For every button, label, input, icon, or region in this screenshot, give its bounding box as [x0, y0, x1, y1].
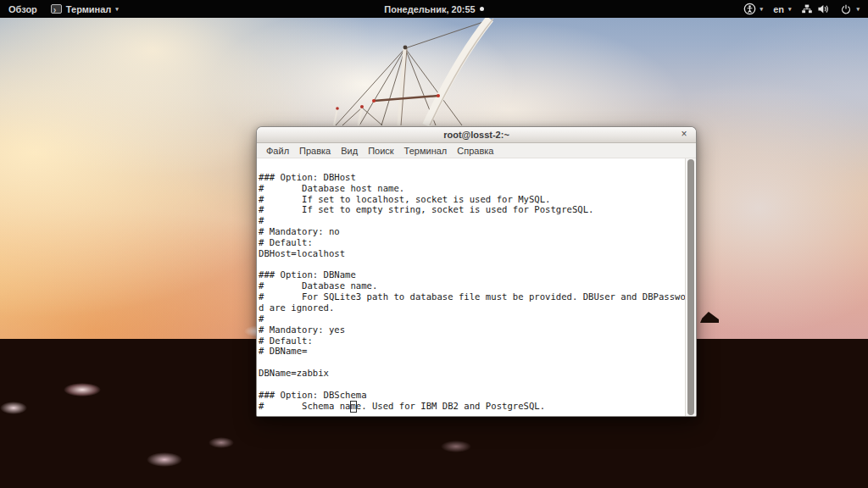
terminal-content[interactable]: ### Option: DBHost# Database host name.#… [257, 158, 696, 416]
close-button[interactable]: × [678, 128, 690, 140]
clock-button[interactable]: Понедельник, 20:55 [384, 4, 483, 14]
terminal-line: # Schema name. Used for IBM DB2 and Post… [259, 401, 696, 412]
terminal-cursor [350, 401, 357, 413]
terminal-line: # [259, 313, 696, 324]
terminal-line: # Mandatory: yes [259, 324, 696, 336]
wave-foam [147, 452, 182, 467]
terminal-line [259, 379, 696, 390]
terminal-line: # [259, 215, 696, 226]
terminal-line: d are ignored. [259, 302, 696, 313]
terminal-line [259, 161, 696, 172]
terminal-window: root@losst-2:~ × ФайлПравкаВидПоискТерми… [256, 126, 697, 417]
menu-item[interactable]: Вид [336, 145, 363, 157]
terminal-line: # Database name. [259, 280, 696, 291]
clock-label: Понедельник, 20:55 [384, 4, 475, 14]
wave-foam [64, 383, 101, 396]
terminal-menubar: ФайлПравкаВидПоискТерминалСправка [257, 143, 696, 158]
menu-item[interactable]: Справка [452, 145, 498, 157]
desktop: Обзор ❯ Терминал ▾ Понедельник, 20:55 [0, 0, 868, 488]
terminal-line: # If set to localhost, socket is used fo… [259, 194, 696, 205]
terminal-line: # DBName= [259, 346, 696, 357]
wave-foam [0, 402, 27, 414]
gnome-top-bar: Обзор ❯ Терминал ▾ Понедельник, 20:55 [0, 0, 868, 18]
menu-item[interactable]: Поиск [363, 145, 398, 157]
scrollbar[interactable] [685, 158, 696, 416]
menu-item[interactable]: Файл [261, 145, 294, 157]
terminal-line: ### Option: DBHost [259, 172, 696, 183]
window-titlebar[interactable]: root@losst-2:~ × [257, 127, 696, 143]
scrollbar-thumb[interactable] [687, 159, 694, 415]
terminal-line: ### Option: DBSchema [259, 390, 696, 401]
terminal-line: # If set to empty string, socket is used… [259, 204, 696, 215]
notification-dot-icon [480, 7, 484, 11]
terminal-line: DBName=zabbix [259, 368, 696, 379]
terminal-line: # For SQLite3 path to database file must… [259, 291, 696, 302]
terminal-line: # Default: [259, 336, 696, 347]
terminal-line: ### Option: DBName [259, 269, 696, 280]
terminal-text: ### Option: DBHost# Database host name.#… [259, 161, 696, 411]
wave-foam [209, 437, 234, 448]
terminal-line: # Mandatory: no [259, 226, 696, 237]
wave-foam [441, 441, 471, 452]
terminal-line [259, 357, 696, 368]
window-title: root@losst-2:~ [443, 130, 509, 140]
menu-item[interactable]: Терминал [399, 145, 453, 157]
terminal-line [259, 259, 696, 270]
terminal-line: # Default: [259, 237, 696, 248]
menu-item[interactable]: Правка [294, 145, 336, 157]
terminal-line: DBHost=localhost [259, 248, 696, 259]
terminal-line: # Database host name. [259, 183, 696, 194]
